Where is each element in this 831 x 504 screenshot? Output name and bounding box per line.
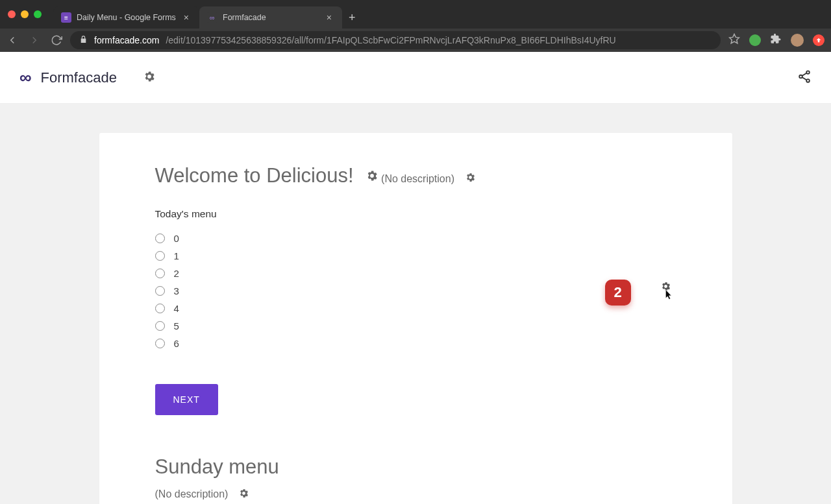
- radio-input[interactable]: [155, 304, 165, 313]
- radio-label: 3: [174, 285, 179, 296]
- radio-label: 2: [174, 268, 179, 279]
- back-icon[interactable]: [6, 34, 18, 46]
- step-badge: 2: [605, 280, 631, 306]
- share-icon[interactable]: [797, 69, 812, 86]
- question-block: 2 Today's menu 0 1 2 3: [155, 208, 676, 415]
- browser-tab-strip: ≡ Daily Menu - Google Forms × ∞ Formfaca…: [0, 0, 831, 29]
- extension-icon-updates[interactable]: [813, 34, 825, 46]
- radio-label: 6: [174, 338, 179, 349]
- radio-input[interactable]: [155, 269, 165, 278]
- section-sunday: Sunday menu (No description): [155, 455, 676, 501]
- radio-label: 1: [174, 250, 179, 261]
- section2-description-row: (No description): [155, 488, 250, 501]
- form-description: (No description): [381, 173, 454, 185]
- tab-title: Formfacade: [223, 13, 319, 22]
- google-forms-icon: ≡: [61, 12, 71, 23]
- url-host: formfacade.com: [94, 35, 159, 45]
- formfacade-icon: ∞: [207, 12, 217, 23]
- next-button[interactable]: NEXT: [155, 384, 218, 415]
- url-input[interactable]: formfacade.com/edit/10139775342563885932…: [70, 31, 721, 49]
- app-header: ∞ Formfacade: [0, 52, 831, 104]
- address-bar: formfacade.com/edit/10139775342563885932…: [0, 29, 831, 52]
- svg-line-5: [802, 77, 806, 80]
- tab-formfacade[interactable]: ∞ Formfacade ×: [199, 6, 342, 29]
- radio-label: 0: [174, 233, 179, 244]
- tabs: ≡ Daily Menu - Google Forms × ∞ Formfaca…: [53, 6, 362, 29]
- radio-label: 4: [174, 303, 179, 314]
- svg-marker-0: [730, 34, 739, 43]
- radio-input[interactable]: [155, 251, 165, 261]
- description-gear-icon[interactable]: [465, 172, 476, 186]
- brand: ∞ Formfacade: [19, 67, 156, 88]
- brand-logo-icon: ∞: [19, 67, 32, 88]
- window-close[interactable]: [8, 10, 16, 18]
- radio-option[interactable]: 4: [155, 303, 676, 314]
- window-minimize[interactable]: [21, 10, 29, 18]
- lock-icon: [79, 35, 88, 45]
- svg-line-4: [802, 73, 806, 76]
- extensions-icon[interactable]: [770, 33, 782, 47]
- forward-icon[interactable]: [29, 34, 40, 46]
- star-icon[interactable]: [728, 33, 740, 47]
- cursor-icon: [662, 287, 674, 304]
- question-label: Today's menu: [155, 208, 676, 220]
- radio-option[interactable]: 0: [155, 233, 676, 244]
- radio-input[interactable]: [155, 339, 165, 348]
- reload-icon[interactable]: [51, 34, 62, 46]
- close-icon[interactable]: ×: [324, 12, 334, 23]
- section2-title: Sunday menu: [155, 455, 676, 479]
- radio-input[interactable]: [155, 234, 165, 243]
- title-gear-icon[interactable]: [366, 164, 378, 187]
- radio-input[interactable]: [155, 286, 165, 296]
- section2-gear-icon[interactable]: [238, 488, 249, 501]
- form-title-row: Welcome to Delicious!: [155, 164, 378, 187]
- radio-input[interactable]: [155, 321, 165, 331]
- radio-option[interactable]: 3: [155, 285, 676, 296]
- radio-option[interactable]: 1: [155, 250, 676, 261]
- radio-label: 5: [174, 320, 179, 331]
- brand-name: Formfacade: [41, 69, 117, 86]
- profile-avatar[interactable]: [791, 34, 804, 47]
- form-description-row: (No description): [381, 172, 476, 186]
- window-controls: [8, 10, 42, 18]
- page-body: Welcome to Delicious! (No description) 2…: [0, 104, 831, 504]
- url-path: /edit/101397753425638859326/all/form/1FA…: [166, 35, 615, 45]
- extension-icon-mail[interactable]: [749, 34, 761, 46]
- close-icon[interactable]: ×: [181, 12, 192, 23]
- form-title: Welcome to Delicious!: [155, 164, 354, 187]
- radio-option[interactable]: 6: [155, 338, 676, 349]
- tab-daily-menu[interactable]: ≡ Daily Menu - Google Forms ×: [53, 6, 199, 29]
- tab-title: Daily Menu - Google Forms: [77, 13, 176, 22]
- radio-option[interactable]: 5: [155, 320, 676, 331]
- new-tab-button[interactable]: +: [342, 6, 362, 29]
- form-card: Welcome to Delicious! (No description) 2…: [99, 133, 732, 504]
- window-maximize[interactable]: [34, 10, 42, 18]
- step-number: 2: [614, 284, 621, 301]
- section2-description: (No description): [155, 488, 229, 500]
- radio-option[interactable]: 2: [155, 268, 676, 279]
- settings-gear-icon[interactable]: [143, 70, 156, 86]
